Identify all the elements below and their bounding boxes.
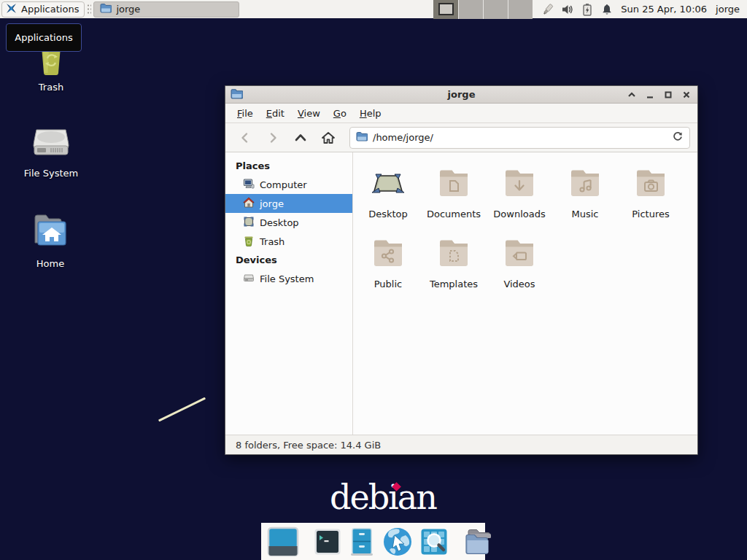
sidebar: Places Computer: [225, 152, 353, 435]
menubar: File Edit View Go Help: [225, 104, 697, 123]
file-item-music[interactable]: Music: [552, 166, 618, 236]
folder-downloads-icon: [502, 166, 537, 203]
path-input[interactable]: /home/jorge/: [373, 132, 667, 143]
home-button[interactable]: [316, 127, 341, 149]
file-item-pictures[interactable]: Pictures: [618, 166, 684, 236]
directory-menu-icon[interactable]: [462, 527, 493, 556]
workspace-2[interactable]: [458, 0, 483, 19]
path-folder-icon: [356, 131, 368, 144]
desktop-stray-line: [158, 397, 206, 422]
app-finder-icon[interactable]: [420, 528, 448, 556]
web-browser-icon[interactable]: [382, 526, 413, 557]
dock: [261, 523, 485, 560]
stylus-icon[interactable]: [541, 3, 554, 16]
panel-clock[interactable]: Sun 25 Apr, 10:06: [621, 4, 707, 15]
file-pane[interactable]: Desktop Documents: [353, 152, 697, 435]
menu-edit[interactable]: Edit: [260, 106, 290, 121]
workspace-4[interactable]: [508, 0, 533, 19]
sidebar-item-jorge[interactable]: jorge: [225, 194, 352, 213]
file-item-public[interactable]: Public: [355, 236, 421, 306]
workspace-switcher: [433, 0, 533, 19]
file-item-label: Pictures: [632, 209, 669, 219]
file-item-label: Public: [374, 279, 402, 289]
show-desktop-icon[interactable]: [267, 526, 299, 557]
workspace-window-preview: [438, 3, 454, 15]
up-button[interactable]: [288, 127, 313, 149]
sidebar-item-trash[interactable]: Trash: [225, 232, 352, 251]
file-item-label: Templates: [430, 279, 478, 289]
sidebar-item-filesystem[interactable]: File System: [225, 269, 352, 288]
computer-icon: [243, 178, 255, 192]
folder-music-icon: [568, 166, 603, 203]
desktop-icon-home[interactable]: Home: [10, 211, 90, 269]
file-item-videos[interactable]: Videos: [487, 236, 552, 306]
close-button[interactable]: [681, 89, 692, 101]
file-item-templates[interactable]: Templates: [421, 236, 487, 306]
sidebar-item-label: Trash: [260, 236, 285, 247]
taskbar-window-button[interactable]: jorge: [93, 1, 239, 18]
workspace-1[interactable]: [433, 0, 458, 19]
folder-documents-icon: [436, 166, 471, 203]
user-home-icon: [243, 197, 255, 211]
menu-file[interactable]: File: [231, 106, 259, 121]
sidebar-devices-header: Devices: [225, 251, 352, 269]
file-item-label: Music: [572, 209, 599, 219]
sidebar-item-label: Desktop: [260, 217, 299, 228]
applications-menu-label: Applications: [21, 4, 79, 15]
applications-menu-button[interactable]: Applications: [1, 1, 85, 18]
reload-icon[interactable]: [672, 131, 684, 144]
shade-button[interactable]: [626, 89, 638, 101]
harddrive-icon: [243, 272, 255, 286]
desktop-icon: [371, 166, 406, 203]
file-item-downloads[interactable]: Downloads: [487, 166, 552, 236]
window-controls: [626, 89, 692, 101]
taskbar-window-label: jorge: [116, 4, 140, 15]
statusbar-text: 8 folders, Free space: 14.4 GiB: [236, 440, 381, 451]
file-item-desktop[interactable]: Desktop: [355, 166, 421, 236]
folder-videos-icon: [502, 236, 537, 273]
trash-icon: [243, 235, 255, 249]
menu-view[interactable]: View: [292, 106, 326, 121]
tooltip-text: Applications: [15, 32, 72, 43]
file-item-label: Documents: [427, 209, 481, 219]
debian-logo-text: debian: [330, 478, 436, 517]
file-cabinet-icon[interactable]: [349, 527, 375, 556]
desktop-icon: [243, 216, 255, 230]
top-panel: Applications jorge: [0, 0, 747, 19]
desktop-icon-label: File System: [11, 168, 91, 179]
sidebar-item-computer[interactable]: Computer: [225, 175, 352, 194]
file-item-documents[interactable]: Documents: [421, 166, 487, 236]
minimize-button[interactable]: [644, 89, 656, 101]
statusbar: 8 folders, Free space: 14.4 GiB: [225, 435, 697, 454]
harddrive-icon: [29, 120, 73, 164]
sidebar-item-label: jorge: [260, 198, 284, 209]
desktop-icon-filesystem[interactable]: File System: [11, 120, 91, 179]
window-titlebar[interactable]: jorge: [225, 86, 697, 104]
sidebar-item-label: File System: [260, 273, 314, 284]
file-item-label: Desktop: [368, 209, 408, 219]
debian-logo: debian: [330, 480, 436, 518]
sidebar-item-desktop[interactable]: Desktop: [225, 213, 352, 232]
back-button[interactable]: [233, 127, 258, 149]
forward-button[interactable]: [260, 127, 285, 149]
applications-tooltip: Applications: [6, 23, 82, 52]
file-item-label: Videos: [503, 279, 535, 289]
window-body: Places Computer: [225, 152, 697, 435]
window-folder-icon: [100, 3, 112, 15]
workspace-3[interactable]: [483, 0, 508, 19]
menu-go[interactable]: Go: [328, 106, 352, 121]
desktop-icon-label: Home: [10, 258, 90, 269]
panel-username[interactable]: jorge: [716, 4, 740, 15]
panel-handle[interactable]: [87, 4, 91, 15]
notifications-bell-icon[interactable]: [600, 3, 614, 16]
file-item-label: Downloads: [493, 209, 545, 219]
path-bar[interactable]: /home/jorge/: [349, 127, 690, 149]
volume-icon[interactable]: [561, 3, 574, 16]
terminal-icon[interactable]: [314, 528, 341, 556]
battery-charging-icon[interactable]: [581, 3, 594, 16]
menu-help[interactable]: Help: [354, 106, 387, 121]
maximize-button[interactable]: [662, 89, 674, 101]
folder-templates-icon: [436, 236, 471, 273]
toolbar: /home/jorge/: [225, 123, 697, 152]
applications-menu-icon: [5, 2, 18, 17]
